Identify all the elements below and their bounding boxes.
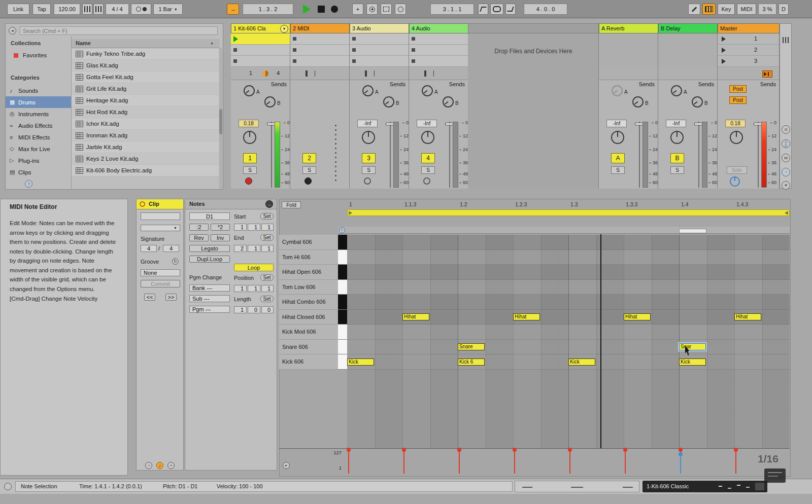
punch-in-button[interactable] bbox=[478, 4, 488, 15]
drum-row-label-snare-606[interactable]: Snare 606 bbox=[279, 340, 338, 355]
list-item[interactable]: Kit-606 Body Electric.adg bbox=[72, 165, 219, 176]
clip-slot[interactable] bbox=[290, 33, 349, 45]
notes-tab-icon[interactable]: ♪ bbox=[156, 462, 163, 469]
pan-knob[interactable] bbox=[362, 131, 375, 144]
double-time-button[interactable]: *2 bbox=[211, 224, 230, 231]
clip-slot[interactable] bbox=[350, 45, 409, 56]
fader-track[interactable] bbox=[639, 122, 640, 188]
midi-note[interactable]: Kick bbox=[347, 358, 374, 366]
selected-midi-note[interactable]: Snar bbox=[679, 343, 706, 350]
clip-slot[interactable] bbox=[290, 45, 349, 56]
clip-view-toggle-icon[interactable]: ◔ bbox=[145, 462, 152, 469]
notes-box-header[interactable]: Notes → bbox=[185, 199, 277, 209]
file-list-header[interactable]: Name ▲ bbox=[72, 39, 220, 48]
solo-button[interactable]: S bbox=[302, 166, 316, 174]
tempo-field[interactable]: 120.00 bbox=[54, 4, 80, 15]
track-activator-button[interactable]: 1 bbox=[243, 153, 257, 163]
sidebar-item-audio-effects[interactable]: ≈Audio Effects bbox=[6, 120, 71, 131]
track-activator-button[interactable]: 3 bbox=[362, 153, 376, 163]
key-cell[interactable] bbox=[338, 340, 347, 355]
send-b-knob[interactable] bbox=[632, 96, 644, 107]
loop-length-display[interactable]: 4 . 0 . 0 bbox=[524, 4, 567, 15]
track-header-4-audio[interactable]: 4 Audio bbox=[409, 23, 468, 33]
new-button[interactable]: + bbox=[352, 4, 363, 15]
length-beats-field[interactable]: 0 bbox=[248, 306, 260, 313]
clip-chooser-icon[interactable]: ▼ bbox=[280, 25, 288, 33]
pan-knob[interactable] bbox=[421, 131, 434, 144]
clip-stop-button[interactable] bbox=[412, 37, 415, 41]
track-header-2-midi[interactable]: 2 MIDI bbox=[290, 23, 350, 33]
transpose-field[interactable]: D1 bbox=[189, 212, 230, 220]
fader-track[interactable] bbox=[758, 122, 759, 188]
clip-slot[interactable] bbox=[290, 56, 349, 67]
preview-volume-knob[interactable] bbox=[730, 176, 740, 187]
end-sixteenths-field[interactable]: 1 bbox=[261, 245, 274, 252]
solo-button[interactable]: S bbox=[421, 166, 435, 174]
track-activator-button[interactable]: A bbox=[611, 153, 625, 163]
clip-stop-button[interactable] bbox=[293, 59, 296, 63]
velocity-stem[interactable] bbox=[459, 449, 460, 474]
velocity-lane-toggle-icon[interactable]: ▸ bbox=[283, 462, 290, 469]
signature-denominator-field[interactable]: 4 bbox=[163, 245, 179, 252]
pan-knob[interactable] bbox=[243, 131, 256, 144]
key-cell[interactable] bbox=[338, 325, 347, 340]
show-track-delay-icon[interactable]: ◔ bbox=[782, 168, 790, 176]
clip-stop-button[interactable] bbox=[352, 59, 356, 63]
loop-start-display[interactable]: 3 . 1 . 1 bbox=[430, 4, 474, 15]
punch-out-button[interactable] bbox=[505, 4, 516, 15]
time-signature-field[interactable]: 4 / 4 bbox=[106, 4, 129, 15]
drum-row-label-cymbal-606[interactable]: Cymbal 606 bbox=[279, 235, 338, 250]
list-item[interactable]: Ironman Kit.adg bbox=[72, 130, 219, 141]
drum-row-label-kick-mod-606[interactable]: Kick Mod 606 bbox=[279, 325, 338, 340]
show-sends-icon[interactable]: SR bbox=[782, 139, 790, 148]
monitor-button[interactable] bbox=[364, 177, 371, 185]
list-item[interactable]: Heritage Kit.adg bbox=[72, 95, 219, 106]
fader-track[interactable] bbox=[271, 122, 272, 188]
clip-slot[interactable] bbox=[409, 45, 468, 56]
fold-button[interactable]: Fold bbox=[282, 201, 301, 208]
bank-select-field[interactable]: Bank --- bbox=[189, 284, 230, 292]
track-stop-icon[interactable] bbox=[424, 70, 426, 77]
track-header-a-reverb[interactable]: A Reverb bbox=[599, 23, 658, 33]
midi-note[interactable]: Hihat bbox=[402, 313, 429, 320]
clip-stop-button[interactable] bbox=[412, 48, 415, 52]
velocity-stem[interactable] bbox=[735, 449, 736, 474]
track-activator-button[interactable]: 2 bbox=[302, 153, 316, 163]
midi-note[interactable]: Kick bbox=[679, 358, 706, 366]
scrub-area[interactable] bbox=[338, 227, 790, 234]
solo-button[interactable]: S bbox=[243, 166, 257, 174]
end-beats-field[interactable]: 1 bbox=[248, 245, 260, 252]
arm-button[interactable] bbox=[245, 177, 252, 185]
drum-row-label-tom-low-606[interactable]: Tom Low 606 bbox=[279, 280, 338, 295]
current-clip-overview[interactable]: 1-Kit-606 Classic bbox=[642, 481, 767, 492]
clip-slot[interactable] bbox=[409, 56, 468, 67]
sidebar-item-sounds[interactable]: ♪Sounds bbox=[6, 85, 71, 96]
midi-note[interactable]: Hihat bbox=[734, 313, 761, 320]
list-item[interactable]: Jarble Kit.adg bbox=[72, 141, 219, 153]
list-item[interactable]: Glas Kit.adg bbox=[72, 60, 219, 71]
nudge-up-button[interactable] bbox=[93, 4, 104, 15]
clip-slot[interactable] bbox=[350, 56, 409, 67]
legato-button[interactable]: Legato bbox=[189, 245, 230, 252]
fader-handle[interactable] bbox=[635, 123, 643, 125]
notes-panel-arrow-icon[interactable]: → bbox=[265, 200, 273, 208]
midi-note[interactable]: Snare bbox=[458, 343, 485, 350]
program-field[interactable]: Pgm --- bbox=[189, 306, 230, 313]
midi-note[interactable]: Hihat bbox=[513, 313, 540, 320]
midi-note[interactable]: Kick 6 bbox=[458, 358, 485, 366]
fader-handle[interactable] bbox=[694, 123, 702, 125]
velocity-marker[interactable] bbox=[679, 452, 683, 456]
clip-slot[interactable] bbox=[231, 45, 290, 56]
link-button[interactable]: Link bbox=[7, 4, 29, 15]
start-bars-field[interactable]: 1 bbox=[234, 224, 247, 231]
send-b-knob[interactable] bbox=[383, 96, 394, 107]
groove-chooser[interactable]: None bbox=[141, 269, 180, 276]
clip-stop-button[interactable] bbox=[352, 48, 356, 52]
clip-name-field[interactable] bbox=[141, 212, 180, 220]
track-stop-icon[interactable] bbox=[365, 70, 367, 77]
length-sixteenths-field[interactable]: 0 bbox=[261, 306, 274, 313]
playing-clip-slot[interactable] bbox=[231, 33, 290, 45]
groove-refresh-icon[interactable]: ↻ bbox=[172, 258, 179, 265]
length-bars-field[interactable]: 1 bbox=[234, 306, 247, 313]
fader-handle[interactable] bbox=[754, 123, 762, 125]
